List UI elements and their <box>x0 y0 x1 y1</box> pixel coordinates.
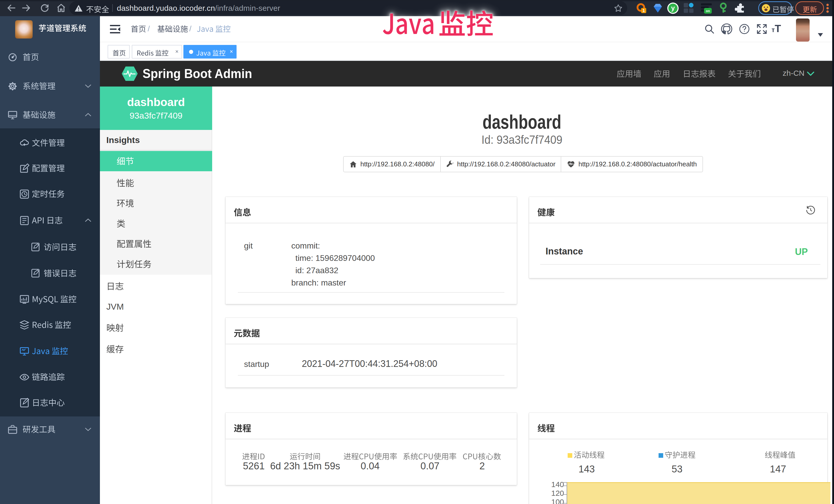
svg-text:1: 1 <box>642 8 645 13</box>
svg-text:y: y <box>671 4 675 12</box>
svg-text:on: on <box>706 9 710 13</box>
